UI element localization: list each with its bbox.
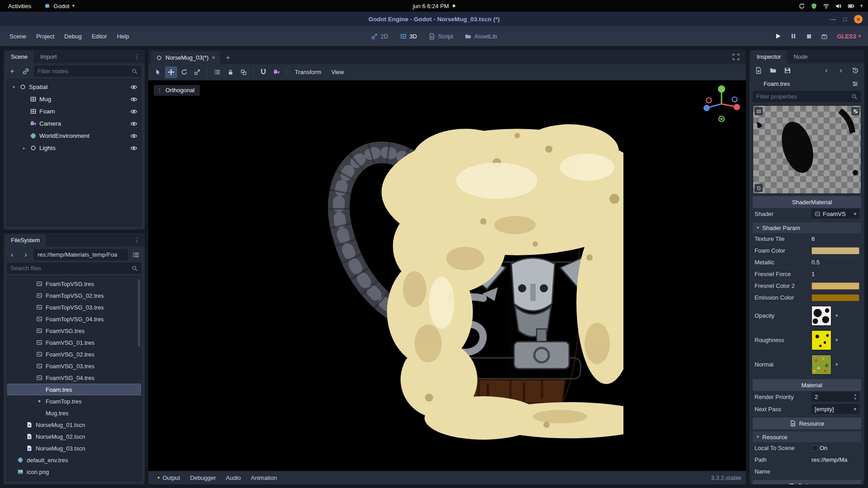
tree-node-mug[interactable]: Mug — [7, 93, 141, 105]
camera-preview-button[interactable] — [270, 66, 283, 78]
app-menu[interactable]: Godot ▾ — [41, 2, 77, 10]
history-back-button[interactable]: ‹ — [821, 65, 832, 76]
load-resource-button[interactable] — [768, 65, 778, 76]
history-forward-button[interactable]: › — [835, 65, 846, 76]
pause-button[interactable] — [788, 31, 799, 42]
visibility-eye-icon[interactable] — [130, 144, 137, 151]
file-item[interactable]: FoamVSG.tres — [7, 325, 141, 337]
file-item[interactable]: FoamTopVSG_04.tres — [7, 313, 141, 325]
file-item[interactable]: FoamTopVSG.tres — [7, 278, 141, 290]
viewport-menu-grip-icon[interactable]: ⋮ — [157, 88, 162, 93]
tab-close-icon[interactable]: × — [212, 55, 215, 61]
tree-node-worldenvironment[interactable]: WorldEnvironment — [7, 130, 141, 142]
minimize-button[interactable]: — — [830, 16, 836, 22]
renderer-select[interactable]: GLES3 ▾ — [834, 31, 863, 42]
visibility-eye-icon[interactable] — [130, 83, 137, 90]
activities-button[interactable]: Activities — [5, 2, 34, 10]
lock-selected-button[interactable] — [224, 66, 236, 78]
preview-light-button[interactable] — [755, 184, 763, 192]
play-button[interactable] — [773, 31, 783, 42]
screencast-icon[interactable] — [798, 3, 805, 9]
maximize-button[interactable]: □ — [843, 16, 847, 22]
panel-menu-icon[interactable]: ⋮ — [130, 237, 144, 243]
tab-inspector[interactable]: Inspector — [750, 51, 787, 63]
metallic-value[interactable]: 0.5 — [811, 259, 820, 266]
select-tool-button[interactable] — [152, 66, 164, 78]
fs-back-button[interactable]: ‹ — [7, 249, 18, 260]
preview-mode-button[interactable] — [755, 107, 763, 115]
menu-project[interactable]: Project — [31, 30, 59, 43]
file-item[interactable]: FoamVSG_04.tres — [7, 372, 141, 384]
file-item[interactable]: FoamTopVSG_03.tres — [7, 301, 141, 313]
fresnel-force-value[interactable]: 1 — [811, 271, 815, 277]
animation-panel-button[interactable]: Animation — [246, 473, 282, 483]
expander-closed-icon[interactable]: ▸ — [21, 146, 27, 150]
filesystem-scrollbar[interactable] — [138, 279, 140, 347]
resource-path-value[interactable]: res://temp/Ma — [811, 456, 847, 463]
tab-node[interactable]: Node — [787, 51, 814, 63]
expander-open-icon[interactable]: ▾ — [11, 85, 17, 89]
group-selected-button[interactable] — [237, 66, 250, 78]
chevron-down-icon[interactable]: ▾ — [835, 338, 838, 343]
search-files-field[interactable] — [7, 263, 142, 274]
section-shader-param[interactable]: ▾ Shader Param — [753, 222, 861, 233]
wifi-icon[interactable] — [823, 3, 830, 9]
menu-help[interactable]: Help — [112, 30, 134, 43]
filter-nodes-field[interactable] — [34, 66, 142, 77]
output-panel-button[interactable]: ● Output — [153, 473, 184, 483]
tree-node-foam[interactable]: Foam — [7, 105, 141, 117]
file-item[interactable]: icon.png — [7, 466, 141, 478]
fs-forward-button[interactable]: › — [20, 249, 31, 260]
workspace-assetlib-button[interactable]: AssetLib — [461, 30, 500, 42]
file-item[interactable]: FoamVSG_02.tres — [7, 348, 141, 360]
chevron-down-icon[interactable]: ▾ — [835, 313, 838, 318]
viewport-menu-pill[interactable]: ⋮ Orthogonal — [154, 85, 200, 96]
transform-menu[interactable]: Transform — [290, 66, 326, 79]
workspace-3d-button[interactable]: 3D — [396, 30, 420, 42]
foam-color-swatch[interactable] — [811, 247, 859, 254]
category-reference[interactable]: Reference — [753, 480, 861, 484]
file-item[interactable]: NorseMug_03.tscn — [7, 442, 141, 454]
rotate-tool-button[interactable] — [178, 66, 190, 78]
visibility-eye-icon[interactable] — [130, 95, 137, 103]
resource-extra-options-button[interactable] — [849, 78, 860, 89]
section-resource[interactable]: ▾ Resource — [753, 432, 861, 442]
file-item[interactable]: FoamVSG_03.tres — [7, 360, 141, 372]
fs-path-field[interactable] — [34, 249, 128, 260]
add-node-button[interactable]: + — [7, 66, 18, 77]
vpn-shield-icon[interactable] — [811, 3, 817, 9]
file-item[interactable]: FoamTop.tres — [7, 395, 141, 407]
shader-dropdown[interactable]: FoamVS ▾ — [811, 209, 859, 219]
fs-split-mode-button[interactable] — [131, 249, 142, 260]
tab-filesystem[interactable]: FileSystem — [5, 234, 46, 247]
window-title-bar[interactable]: Godot Engine - Godot - NorseMug_03.tscn … — [0, 12, 868, 26]
axis-gizmo[interactable] — [701, 83, 742, 125]
debugger-panel-button[interactable]: Debugger — [185, 473, 220, 483]
panel-menu-icon[interactable]: ⋮ — [130, 53, 144, 60]
file-item[interactable]: FoamTopVSG_02.tres — [7, 290, 141, 301]
spin-down-icon[interactable]: ▾ — [854, 397, 856, 401]
roughness-texture-thumb[interactable] — [811, 330, 831, 350]
file-item[interactable]: FoamVSG_01.tres — [7, 337, 141, 348]
category-resource[interactable]: Resource — [753, 418, 861, 429]
filter-properties-input[interactable] — [756, 93, 849, 100]
visibility-eye-icon[interactable] — [130, 132, 137, 139]
file-item[interactable]: default_env.tres — [7, 454, 141, 466]
snap-toggle-button[interactable] — [257, 66, 269, 78]
3d-viewport[interactable]: ⋮ Orthogonal — [148, 80, 746, 471]
menu-debug[interactable]: Debug — [59, 30, 86, 43]
system-menu-chevron-icon[interactable]: ▾ — [860, 4, 863, 8]
move-tool-button[interactable] — [165, 66, 177, 78]
clock[interactable]: jun 6 6:24 PM — [413, 3, 455, 9]
visibility-eye-icon[interactable] — [130, 120, 137, 127]
texture-tile-value[interactable]: 6 — [811, 235, 815, 242]
filter-nodes-input[interactable] — [38, 68, 129, 75]
stop-button[interactable] — [803, 31, 814, 42]
scene-tab-norsemug03[interactable]: NorseMug_03(*) × — [151, 52, 220, 64]
new-scene-tab-button[interactable]: + — [222, 52, 234, 62]
next-pass-dropdown[interactable]: [empty] ▾ — [811, 404, 859, 414]
tree-node-spatial[interactable]: ▾ Spatial — [7, 81, 141, 93]
save-resource-button[interactable] — [782, 65, 793, 76]
file-item[interactable]: NorseMug_01.tscn — [7, 419, 141, 431]
render-priority-spinner[interactable]: 2 ▴ ▾ — [811, 392, 859, 402]
